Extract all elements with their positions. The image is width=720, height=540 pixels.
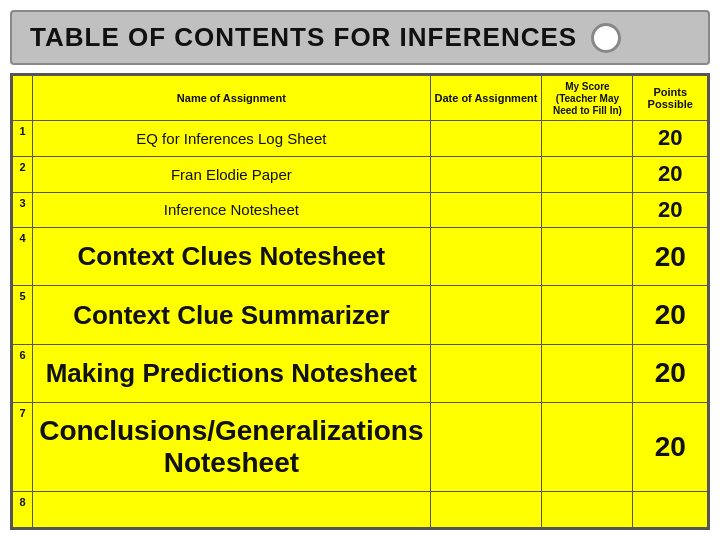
row-points-3: 20	[633, 192, 708, 228]
header-points: Points Possible	[633, 76, 708, 121]
row-points-2: 20	[633, 156, 708, 192]
row-score-7	[542, 402, 633, 491]
table-row: 5 Context Clue Summarizer 20	[13, 286, 708, 344]
title-bar: TABLE OF CONTENTS FOR INFERENCES	[10, 10, 710, 65]
row-name-7: Conclusions/GeneralizationsNotesheet	[33, 402, 430, 491]
contents-table: Name of Assignment Date of Assignment My…	[12, 75, 708, 528]
row-date-6	[430, 344, 542, 402]
header-num	[13, 76, 33, 121]
row-score-1	[542, 121, 633, 157]
row-name-8	[33, 492, 430, 528]
table-row: 8	[13, 492, 708, 528]
header-name: Name of Assignment	[33, 76, 430, 121]
row-points-7: 20	[633, 402, 708, 491]
row-name-5: Context Clue Summarizer	[33, 286, 430, 344]
row-date-5	[430, 286, 542, 344]
row-date-4	[430, 228, 542, 286]
row-points-4: 20	[633, 228, 708, 286]
row-num-8: 8	[13, 492, 33, 528]
row-points-6: 20	[633, 344, 708, 402]
row-points-5: 20	[633, 286, 708, 344]
row-score-4	[542, 228, 633, 286]
row-num-5: 5	[13, 286, 33, 344]
page: TABLE OF CONTENTS FOR INFERENCES Name of…	[0, 0, 720, 540]
row-points-1: 20	[633, 121, 708, 157]
table-row: 6 Making Predictions Notesheet 20	[13, 344, 708, 402]
table-row: 2 Fran Elodie Paper 20	[13, 156, 708, 192]
row-date-8	[430, 492, 542, 528]
row-name-3: Inference Notesheet	[33, 192, 430, 228]
row-score-6	[542, 344, 633, 402]
table-row: 1 EQ for Inferences Log Sheet 20	[13, 121, 708, 157]
row-score-2	[542, 156, 633, 192]
table-row: 4 Context Clues Notesheet 20	[13, 228, 708, 286]
row-name-1: EQ for Inferences Log Sheet	[33, 121, 430, 157]
row-name-6: Making Predictions Notesheet	[33, 344, 430, 402]
row-name-2: Fran Elodie Paper	[33, 156, 430, 192]
table-header-row: Name of Assignment Date of Assignment My…	[13, 76, 708, 121]
circle-icon	[591, 23, 621, 53]
row-date-2	[430, 156, 542, 192]
row-num-1: 1	[13, 121, 33, 157]
row-score-8	[542, 492, 633, 528]
row-date-3	[430, 192, 542, 228]
table-container: Name of Assignment Date of Assignment My…	[10, 73, 710, 530]
row-num-2: 2	[13, 156, 33, 192]
row-name-4: Context Clues Notesheet	[33, 228, 430, 286]
row-date-7	[430, 402, 542, 491]
row-num-6: 6	[13, 344, 33, 402]
row-points-8	[633, 492, 708, 528]
row-score-3	[542, 192, 633, 228]
header-score: My Score (Teacher May Need to Fill In)	[542, 76, 633, 121]
row-score-5	[542, 286, 633, 344]
row-num-7: 7	[13, 402, 33, 491]
header-date: Date of Assignment	[430, 76, 542, 121]
row-date-1	[430, 121, 542, 157]
table-row: 7 Conclusions/GeneralizationsNotesheet 2…	[13, 402, 708, 491]
table-row: 3 Inference Notesheet 20	[13, 192, 708, 228]
row-num-4: 4	[13, 228, 33, 286]
page-title: TABLE OF CONTENTS FOR INFERENCES	[30, 22, 577, 53]
row-num-3: 3	[13, 192, 33, 228]
